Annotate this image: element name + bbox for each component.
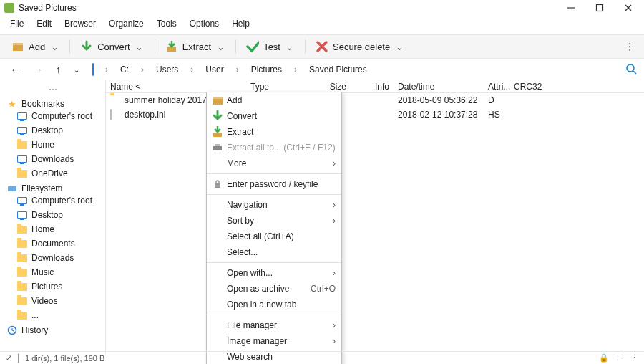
nav-back-icon[interactable]: ←	[7, 62, 23, 77]
toolbar-extract-button[interactable]: Extract⌄	[158, 37, 233, 56]
menu-tools[interactable]: Tools	[151, 17, 182, 30]
menu-edit[interactable]: Edit	[31, 17, 57, 30]
ctx-select-all-ctrl-a[interactable]: Select all (Ctrl+A)	[207, 229, 341, 244]
close-button[interactable]	[623, 2, 634, 14]
status-more-icon[interactable]: ⋮	[630, 353, 638, 363]
box-icon	[211, 95, 224, 105]
ctx-shortcut: Ctrl+O	[306, 284, 336, 294]
status-list-icon[interactable]: ☰	[616, 353, 623, 363]
toolbar-securedelete-label: Secure delete	[333, 42, 390, 52]
ctx-label: More	[224, 158, 333, 168]
sidebar-fs-fs-home[interactable]: Home	[3, 222, 102, 236]
chevron-right-icon: ›	[333, 216, 336, 226]
ctx-convert[interactable]: Convert	[207, 108, 341, 124]
crumb-c[interactable]: C:	[117, 63, 132, 76]
chevron-down-icon[interactable]: ⌄	[215, 42, 225, 52]
toolbar-add-button[interactable]: Add⌄	[4, 37, 67, 56]
ctx-file-manager[interactable]: File manager›	[207, 317, 341, 333]
nav-up-icon[interactable]: ↑	[53, 62, 64, 77]
sidebar-bookmark-computers-root[interactable]: Computer's root	[3, 109, 102, 123]
chevron-down-icon[interactable]: ⌄	[49, 42, 59, 52]
chevron-right-icon: ›	[189, 64, 195, 75]
sidebar-bookmark-onedrive[interactable]: OneDrive	[3, 166, 102, 181]
maximize-button[interactable]	[594, 2, 605, 14]
nav-chevron-icon[interactable]: ⌄	[71, 64, 82, 75]
sidebar-fs-fs-desktop[interactable]: Desktop	[3, 208, 102, 222]
crumb-pictures[interactable]: Pictures	[248, 63, 286, 76]
chevron-down-icon[interactable]: ⌄	[394, 42, 404, 52]
status-panel-icon[interactable]	[18, 354, 19, 363]
chevron-right-icon: ›	[235, 64, 240, 75]
ctx-open-in-a-new-tab[interactable]: Open in a new tab	[207, 297, 341, 312]
col-datetime[interactable]: Date/time	[394, 80, 484, 92]
svg-rect-4	[13, 44, 23, 51]
col-info[interactable]: Info	[351, 80, 394, 92]
sidebar-bookmark-downloads[interactable]: Downloads	[3, 152, 102, 166]
sidebar-bookmark-desktop[interactable]: Desktop	[3, 123, 102, 138]
sidebar-fs-fs-downloads[interactable]: Downloads	[3, 251, 102, 265]
col-attri[interactable]: Attri...	[484, 80, 509, 92]
col-size[interactable]: Size	[311, 80, 351, 92]
ctx-label: Navigation	[224, 200, 333, 210]
ctx-label: Enter password / keyfile	[224, 179, 336, 189]
table-row[interactable]: desktop.ini2018-02-12 10:37:28HS	[106, 107, 644, 122]
ctx-sort-by[interactable]: Sort by›	[207, 213, 341, 229]
sidebar-bookmarks-head[interactable]: ★ Bookmarks	[3, 99, 102, 109]
sidebar-fs-fs-more[interactable]: ...	[3, 308, 102, 322]
sidebar-fs-fs-documents[interactable]: Documents	[3, 236, 102, 251]
ctx-select[interactable]: Select...	[207, 244, 341, 260]
folder-icon	[17, 168, 27, 178]
sidebar-fs-fs-root[interactable]: Computer's root	[3, 193, 102, 208]
sidebar-fs-fs-pictures[interactable]: Pictures	[3, 279, 102, 294]
ctx-extract[interactable]: Extract	[207, 124, 341, 140]
ctx-add[interactable]: Add	[207, 92, 341, 108]
box-icon	[11, 40, 24, 53]
status-lock-icon[interactable]: 🔒	[599, 353, 609, 363]
crumb-saved-pictures[interactable]: Saved Pictures	[306, 63, 371, 76]
sidebar-fs-fs-music[interactable]: Music	[3, 265, 102, 279]
ctx-enter-password-keyfile[interactable]: Enter password / keyfile	[207, 176, 341, 192]
menu-file[interactable]: File	[4, 17, 29, 30]
nav-forward-icon[interactable]: →	[30, 62, 46, 77]
menu-options[interactable]: Options	[184, 17, 225, 30]
sidebar-fs-label: Downloads	[31, 253, 74, 263]
ctx-label: Open as archive	[224, 284, 306, 294]
col-crc[interactable]: CRC32	[509, 80, 552, 92]
table-row[interactable]: summer holiday 20172018-05-09 05:36:22D	[106, 93, 644, 107]
sidebar-history-head[interactable]: History	[3, 325, 102, 335]
sidebar-filesystem-head[interactable]: Filesystem	[3, 183, 102, 193]
lock-icon	[211, 179, 224, 189]
ctx-more[interactable]: More›	[207, 155, 341, 171]
status-expand-icon[interactable]: ⤢	[6, 353, 12, 363]
menu-help[interactable]: Help	[226, 17, 255, 30]
menu-organize[interactable]: Organize	[103, 17, 150, 30]
toolbar-convert-button[interactable]: Convert⌄	[73, 37, 152, 56]
navbar: ← → ↑ ⌄ › C: › Users › User › Pictures ›…	[0, 59, 644, 80]
svg-line-8	[633, 71, 636, 74]
toolbar-overflow-icon[interactable]: ⋮	[625, 42, 640, 52]
search-icon[interactable]	[625, 63, 637, 77]
menu-browser[interactable]: Browser	[59, 17, 102, 30]
ctx-label: Sort by	[224, 216, 333, 226]
sidebar-bookmark-home[interactable]: Home	[3, 138, 102, 152]
ctx-navigation[interactable]: Navigation›	[207, 197, 341, 213]
sidebar-more-icon[interactable]: ⋯	[3, 83, 102, 96]
chevron-right-icon: ›	[140, 64, 145, 75]
chevron-down-icon[interactable]: ⌄	[285, 42, 295, 52]
col-type[interactable]: Type	[246, 80, 311, 92]
chevron-down-icon[interactable]: ⌄	[135, 42, 145, 52]
toolbar-test-button[interactable]: Test⌄	[239, 37, 302, 56]
file-datetime: 2018-02-12 10:37:28	[394, 109, 484, 120]
minimize-button[interactable]	[565, 2, 577, 14]
crumb-user[interactable]: User	[202, 63, 227, 76]
ctx-image-manager[interactable]: Image manager›	[207, 333, 341, 349]
ctx-open-as-archive[interactable]: Open as archiveCtrl+O	[207, 281, 341, 297]
toolbar-securedelete-button[interactable]: Secure delete⌄	[308, 37, 411, 56]
window-title: Saved Pictures	[19, 3, 565, 13]
ctx-open-with[interactable]: Open with...›	[207, 265, 341, 281]
ctx-label: Image manager	[224, 336, 333, 346]
nav-monitor-icon[interactable]	[89, 62, 97, 77]
col-name[interactable]: Name <	[106, 80, 246, 92]
sidebar-fs-fs-videos[interactable]: Videos	[3, 294, 102, 308]
crumb-users[interactable]: Users	[152, 63, 182, 76]
